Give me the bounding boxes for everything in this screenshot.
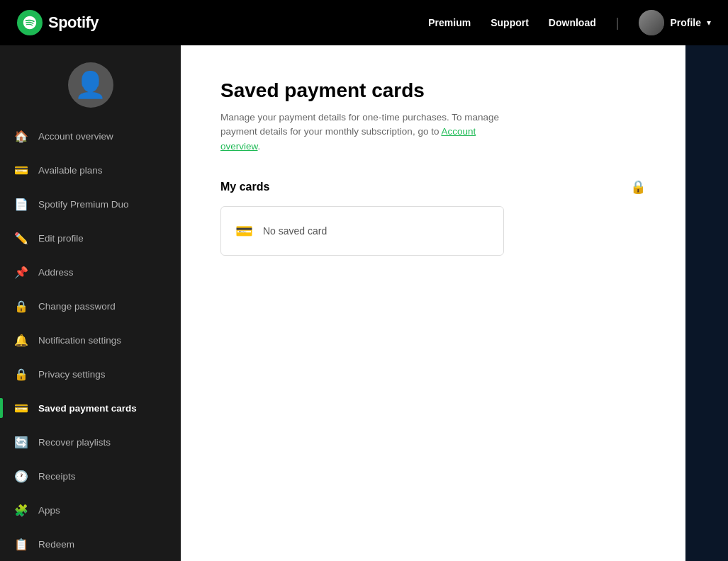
download-link[interactable]: Download <box>549 17 596 28</box>
nav-divider: | <box>616 16 620 30</box>
lock-icon-sidebar: 🔒 <box>14 299 28 313</box>
main-content: Saved payment cards Manage your payment … <box>181 45 685 561</box>
sidebar-item-address[interactable]: 📌 Address <box>0 255 181 289</box>
spotify-icon <box>22 15 38 30</box>
topnav-right: Premium Support Download | Profile ▾ <box>428 10 711 35</box>
right-panel <box>685 45 728 561</box>
support-link[interactable]: Support <box>491 17 529 28</box>
redeem-icon: 📋 <box>14 537 28 551</box>
lock-icon-cards: 🔒 <box>630 179 646 195</box>
sidebar-item-apps[interactable]: 🧩 Apps <box>0 493 181 527</box>
brand-area: Spotify <box>17 10 99 35</box>
no-saved-card-text: No saved card <box>263 225 327 237</box>
spotify-wordmark: Spotify <box>48 13 99 32</box>
avatar-image <box>639 10 664 35</box>
sidebar-item-receipts[interactable]: 🕐 Receipts <box>0 459 181 493</box>
clock-icon: 🕐 <box>14 469 28 483</box>
pencil-icon: ✏️ <box>14 231 28 245</box>
refresh-icon: 🔄 <box>14 435 28 449</box>
sidebar-label-address: Address <box>38 267 167 278</box>
home-icon: 🏠 <box>14 129 28 143</box>
payment-card-icon: 💳 <box>14 401 28 415</box>
sidebar-label-available-plans: Available plans <box>38 165 167 176</box>
avatar <box>639 10 664 35</box>
cards-box: 💳 No saved card <box>220 206 504 256</box>
chevron-down-icon: ▾ <box>707 18 711 28</box>
sidebar-label-saved-payment-cards: Saved payment cards <box>38 403 167 414</box>
sidebar-label-apps: Apps <box>38 505 167 516</box>
sidebar-label-receipts: Receipts <box>38 471 167 482</box>
sidebar-avatar: 👤 <box>68 62 113 108</box>
sidebar-label-account-overview: Account overview <box>38 131 167 142</box>
spotify-logo-circle <box>17 10 43 35</box>
sidebar-label-redeem: Redeem <box>38 539 167 550</box>
profile-label: Profile <box>670 17 701 28</box>
doc-icon: 📄 <box>14 197 28 211</box>
bell-icon: 🔔 <box>14 333 28 347</box>
sidebar-item-recover-playlists[interactable]: 🔄 Recover playlists <box>0 425 181 459</box>
credit-card-icon: 💳 <box>235 222 253 239</box>
sidebar-label-change-password: Change password <box>38 301 167 312</box>
premium-link[interactable]: Premium <box>428 17 471 28</box>
sidebar-label-privacy-settings: Privacy settings <box>38 369 167 380</box>
sidebar-avatar-area: 👤 <box>0 45 181 119</box>
page-subtitle: Manage your payment details for one-time… <box>220 110 518 154</box>
sidebar-item-redeem[interactable]: 📋 Redeem <box>0 527 181 561</box>
sidebar-item-change-password[interactable]: 🔒 Change password <box>0 289 181 323</box>
pin-icon: 📌 <box>14 265 28 279</box>
my-cards-title: My cards <box>220 181 269 193</box>
sidebar-item-saved-payment-cards[interactable]: 💳 Saved payment cards <box>0 391 181 425</box>
sidebar-label-notification-settings: Notification settings <box>38 335 167 346</box>
page-title: Saved payment cards <box>220 79 646 102</box>
sidebar-item-privacy-settings[interactable]: 🔒 Privacy settings <box>0 357 181 391</box>
top-navigation: Spotify Premium Support Download | Profi… <box>0 0 728 45</box>
sidebar-item-account-overview[interactable]: 🏠 Account overview <box>0 119 181 153</box>
user-avatar-icon: 👤 <box>74 70 106 100</box>
card-icon: 💳 <box>14 163 28 177</box>
page-layout: 👤 🏠 Account overview 💳 Available plans 📄… <box>0 45 728 561</box>
sidebar-label-premium-duo: Spotify Premium Duo <box>38 199 167 210</box>
privacy-lock-icon: 🔒 <box>14 367 28 381</box>
subtitle-period: . <box>258 141 261 152</box>
spotify-logo[interactable]: Spotify <box>17 10 99 35</box>
my-cards-header: My cards 🔒 <box>220 179 646 195</box>
sidebar-item-notification-settings[interactable]: 🔔 Notification settings <box>0 323 181 357</box>
profile-menu[interactable]: Profile ▾ <box>639 10 711 35</box>
sidebar-label-edit-profile: Edit profile <box>38 233 167 244</box>
sidebar-item-edit-profile[interactable]: ✏️ Edit profile <box>0 221 181 255</box>
sidebar-item-premium-duo[interactable]: 📄 Spotify Premium Duo <box>0 187 181 221</box>
sidebar-label-recover-playlists: Recover playlists <box>38 437 167 448</box>
sidebar-item-available-plans[interactable]: 💳 Available plans <box>0 153 181 187</box>
puzzle-icon: 🧩 <box>14 503 28 517</box>
sidebar: 👤 🏠 Account overview 💳 Available plans 📄… <box>0 45 181 561</box>
